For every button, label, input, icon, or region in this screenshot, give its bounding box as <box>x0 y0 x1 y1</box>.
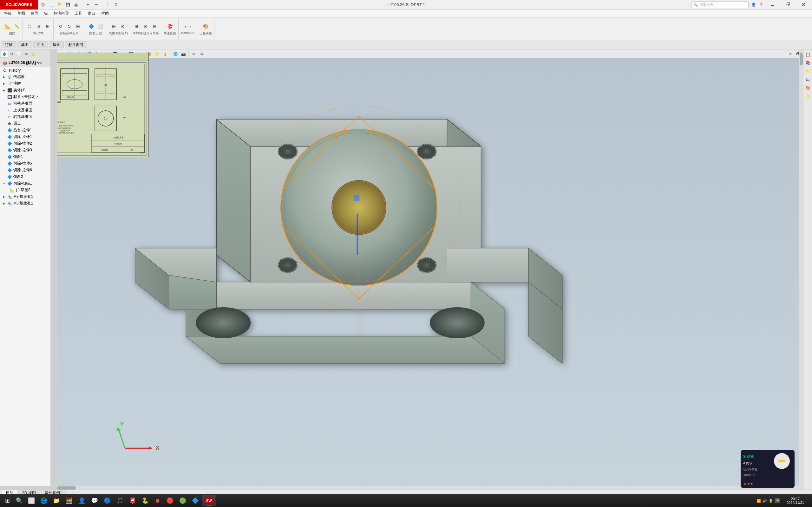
tab-sketch[interactable]: 草图 <box>17 41 32 48</box>
fm-item-front-plane[interactable]: ▶ ▭ 前视基准面 <box>0 100 50 107</box>
move-button[interactable]: ⟲ <box>56 22 64 31</box>
fm-item-annotation[interactable]: ▶ 📝 注解 <box>0 80 50 87</box>
options-button[interactable]: ⚙ <box>113 1 120 8</box>
redo-button[interactable]: ↪ <box>93 1 100 8</box>
fm-item-origin[interactable]: ▶ ⊕ 原点 <box>0 120 50 127</box>
add-relation-button[interactable]: ⊕ <box>132 22 141 31</box>
circular-pattern-button[interactable]: ⊗ <box>119 22 127 31</box>
apply-scene-button[interactable]: 🌐 <box>172 50 179 57</box>
lpt-display[interactable]: 👁 <box>23 51 30 58</box>
menu-tools[interactable]: 工具 <box>72 10 85 17</box>
search-taskbar-button[interactable]: 🔍 <box>14 495 25 506</box>
fm-item-thread2[interactable]: ▶ 🔩 M8 螺纹孔2 <box>0 200 50 207</box>
smart-dimension-button[interactable]: 📐 <box>3 22 12 31</box>
close-button[interactable]: ✕ <box>796 0 810 9</box>
fm-item-history[interactable]: ⏱ History <box>0 67 50 73</box>
menu-surface[interactable]: 曲面 <box>28 10 41 17</box>
menu-help[interactable]: 帮助 <box>99 10 111 17</box>
taskbar-wechat[interactable]: 💬 <box>89 495 101 506</box>
lpt-feature-tree[interactable]: 🌲 <box>1 51 8 58</box>
menu-sketch[interactable]: 草图 <box>15 10 28 17</box>
line-button[interactable]: 📏 <box>12 22 20 31</box>
convert-entities-button[interactable]: ⊡ <box>34 22 43 31</box>
fm-item-cut2[interactable]: ▶ 🔷 切除-拉伸2 <box>0 140 50 147</box>
show-desktop-button[interactable] <box>808 495 810 506</box>
rp-appearances[interactable]: ✨ <box>804 92 811 99</box>
taskbar-mail[interactable]: 📮 <box>126 495 139 506</box>
fm-item-cut3[interactable]: ▶ 🔷 切除-拉伸3 <box>0 147 50 154</box>
rotate-button[interactable]: ↻ <box>65 22 73 31</box>
rapid-snap-button[interactable]: 🎯 <box>166 22 174 31</box>
tab-feature[interactable]: 特征 <box>2 41 16 48</box>
shade-sketch-button[interactable]: 🎨 <box>202 22 210 31</box>
rp-view-palette[interactable]: 🎨 <box>804 84 811 91</box>
intersection-curve-button[interactable]: ⊕ <box>43 22 51 31</box>
lpt-config[interactable]: 📊 <box>15 51 22 58</box>
horizontal-scrollbar[interactable] <box>57 486 803 490</box>
offset-button[interactable]: ⬡ <box>25 22 34 31</box>
camera-button[interactable]: 📷 <box>180 50 187 57</box>
taskbar-app2[interactable]: 🟢 <box>177 495 189 506</box>
lpt-property[interactable]: ⚙ <box>8 51 15 58</box>
fm-item-material[interactable]: ▶ 🔲 材质 <未指定> <box>0 94 50 100</box>
fm-item-sensor[interactable]: ▶ 📡 传感器 <box>0 73 50 80</box>
taskbar-explorer[interactable]: 📁 <box>50 495 62 506</box>
task-view-button[interactable]: ⬜ <box>26 495 37 506</box>
rp-task-pane-icon[interactable]: 📋 <box>804 51 811 58</box>
fm-item-right-plane[interactable]: ▶ ▭ 右视基准面 <box>0 114 50 120</box>
system-tray[interactable]: 📶 🔊 🔋 中 <box>754 498 783 503</box>
settings-button[interactable]: ⚙ <box>198 50 205 57</box>
start-button[interactable]: ⊞ <box>2 495 13 506</box>
fm-item-cut1[interactable]: ▶ 🔷 切除-拉伸1 <box>0 133 50 140</box>
sketch-relations-button[interactable]: ⊖ <box>150 22 159 31</box>
fm-item-sketch8[interactable]: ▶ 📐 (-) 草图8 <box>0 187 50 193</box>
fm-part-header[interactable]: 📦 LJT05.26 (默认) << <box>0 59 50 67</box>
menu-feature[interactable]: 特征 <box>2 10 14 17</box>
help-button[interactable]: ❓ <box>758 1 765 8</box>
vp-close-button[interactable]: ✕ <box>787 50 794 57</box>
fm-item-mirror2[interactable]: ▶ 🔷 镜向2 <box>0 173 50 180</box>
linear-pattern-button[interactable]: ⊞ <box>110 22 118 31</box>
taskbar-solidworks[interactable]: SW <box>202 495 216 506</box>
sidebar-resize-handle[interactable] <box>51 59 52 486</box>
scenes-button[interactable]: 🌟 <box>154 50 161 57</box>
fm-item-top-plane[interactable]: ▶ ▭ 上视基准面 <box>0 107 50 114</box>
rp-solidworks-resources[interactable]: 📚 <box>804 59 811 66</box>
select-button[interactable]: ⤴ <box>104 1 111 8</box>
drawing-popup[interactable]: 26. 导向支架 (LJT05.26) <box>57 53 149 157</box>
viewport[interactable]: ⊡ 🔍 🔎 🔄 ✋ ⬜ ⬛ ⊟ 🔲 👁 🎨 🌟 💡 🌐 📷 ⊕ ⚙ ✕ 🗗 <box>57 50 803 490</box>
menu-window[interactable]: 窗口 <box>85 10 98 17</box>
3d-sketch-button[interactable]: 🔷 <box>87 22 95 31</box>
fm-item-cut-sweep1[interactable]: ▼ 🔷 切除-扫描1 <box>0 180 50 187</box>
new-file-button[interactable]: 📄 <box>48 1 55 8</box>
home-button[interactable]: 🏠 <box>40 1 47 8</box>
taskbar-app3[interactable]: 🔷 <box>190 495 202 506</box>
tab-sheet-metal[interactable]: 钣金 <box>49 41 64 48</box>
lights-button[interactable]: 💡 <box>161 50 168 57</box>
scale-button[interactable]: ⊟ <box>74 22 82 31</box>
user-icon-button[interactable]: 👤 <box>750 1 757 8</box>
fm-item-cut5[interactable]: ▶ 🔷 切除-拉伸5 <box>0 160 50 167</box>
fm-item-thread1[interactable]: ▶ 🔩 M8 螺纹孔1 <box>0 193 50 200</box>
display-pane-button[interactable]: ⊕ <box>190 50 197 57</box>
minimize-button[interactable]: 🗕 <box>765 0 780 9</box>
taskbar-calculator[interactable]: 🧮 <box>63 495 75 506</box>
taskbar-browser[interactable]: 🔵 <box>101 495 113 506</box>
search-box[interactable]: 🔍 搜索命令 <box>692 1 749 8</box>
taskbar-record[interactable]: ⏺ <box>152 495 163 506</box>
rp-file-explorer[interactable]: 🗂 <box>804 76 811 83</box>
instant2d-button[interactable]: ⟷ <box>184 22 192 31</box>
taskbar-music[interactable]: 🎵 <box>114 495 126 506</box>
save-button[interactable]: 💾 <box>64 1 71 8</box>
maximize-button[interactable]: 🗗 <box>780 0 795 9</box>
print-button[interactable]: 🖨️ <box>73 1 79 8</box>
taskbar-app1[interactable]: 🔴 <box>164 495 176 506</box>
taskbar-clock[interactable]: 20:17 2024/11/21 <box>783 497 807 504</box>
taskbar-edge[interactable]: 🌐 <box>38 495 50 506</box>
menu-annotation[interactable]: 标注向导 <box>51 10 71 17</box>
fm-item-boss1[interactable]: ▶ 🔷 凸台-拉伸1 <box>0 127 50 133</box>
viewport-right-scrollbar[interactable] <box>799 50 803 486</box>
taskbar-user[interactable]: 👤 <box>76 495 88 506</box>
rp-design-library[interactable]: 📁 <box>804 67 811 74</box>
taskbar-python[interactable]: 🐍 <box>139 495 151 506</box>
